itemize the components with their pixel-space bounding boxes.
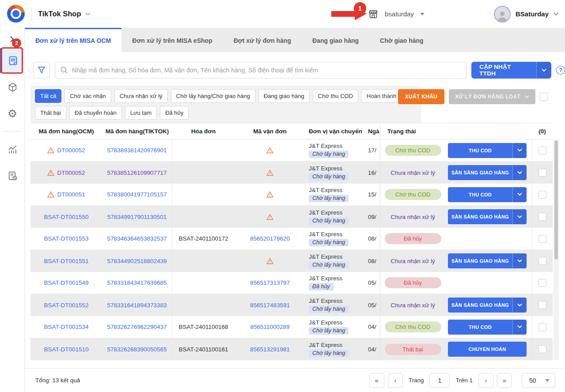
tracking-number-link[interactable]: 856517313797 xyxy=(250,279,290,286)
avatar xyxy=(494,6,511,23)
order-id-ocm-link[interactable]: BSAT-DT001534 xyxy=(44,324,88,330)
order-id-tiktok-link[interactable]: 578331641894373383 xyxy=(107,302,167,309)
order-id-ocm-link[interactable]: BSAT-DT001549 xyxy=(44,279,88,286)
order-date: 09/ xyxy=(365,206,380,228)
chevron-down-icon[interactable] xyxy=(512,209,527,224)
filter-chip-3[interactable]: Chờ lấy hàng/Chờ giao hàng xyxy=(171,89,255,103)
sidebar-expand-button[interactable] xyxy=(0,30,24,48)
order-date: 05/ xyxy=(365,294,380,316)
order-id-tiktok-link[interactable]: 578385126109907717 xyxy=(107,170,167,176)
row-action-button[interactable]: SẴN SÀNG GIAO HÀNG xyxy=(448,209,527,224)
search-input[interactable] xyxy=(55,62,467,79)
filter-chip-1[interactable]: Chờ xác nhận xyxy=(64,89,111,103)
order-id-tiktok-link[interactable]: 578380041977105157 xyxy=(107,191,167,198)
order-id-ocm-link[interactable]: BSAT-DT001552 xyxy=(44,302,88,309)
tab-4[interactable]: Chờ giao hàng xyxy=(369,28,434,52)
filter-chip-2[interactable]: Chưa nhận xử lý xyxy=(114,89,168,103)
sidebar-item-reports[interactable] xyxy=(0,163,25,188)
row-checkbox[interactable] xyxy=(538,345,546,353)
last-page-button[interactable]: » xyxy=(497,373,512,388)
order-id-tiktok-link[interactable]: 578331843417639685 xyxy=(107,279,167,286)
row-checkbox[interactable] xyxy=(538,169,546,177)
sidebar-item-orders[interactable] xyxy=(0,48,25,73)
sidebar-item-products[interactable] xyxy=(0,75,25,99)
vertical-scrollbar-thumb[interactable] xyxy=(554,140,558,260)
chevron-down-icon[interactable] xyxy=(512,187,527,202)
tab-2[interactable]: Đợt xử lý đơn hàng xyxy=(223,28,302,52)
row-action-button[interactable]: CHUYỂN HOÀN xyxy=(448,342,527,357)
tab-1[interactable]: Đơn xử lý trên MISA eShop xyxy=(121,28,223,52)
chevron-down-icon[interactable] xyxy=(512,143,527,158)
order-id-ocm-link[interactable]: BSAT-DT001550 xyxy=(44,214,88,220)
row-action-button[interactable]: THU COD xyxy=(448,320,527,335)
tracking-number-link[interactable]: 856513291981 xyxy=(250,346,290,353)
store-selector[interactable]: bsaturday xyxy=(368,0,425,28)
filter-chip-7[interactable]: Thất bại xyxy=(35,106,66,120)
carrier-name: J&T Express xyxy=(309,298,342,304)
shop-switcher[interactable]: TikTok Shop xyxy=(38,0,91,28)
vertical-scrollbar[interactable] xyxy=(554,139,559,360)
chevron-down-icon[interactable] xyxy=(512,298,527,313)
sidebar-item-analytics[interactable] xyxy=(0,137,25,162)
tab-3[interactable]: Đang giao hàng xyxy=(302,28,369,52)
next-page-button[interactable]: › xyxy=(478,373,493,388)
filter-chip-8[interactable]: Đã chuyển hoàn xyxy=(69,106,122,120)
select-all-checkbox[interactable] xyxy=(540,93,548,101)
order-id-tiktok-link[interactable]: 578344902518802439 xyxy=(107,258,167,264)
row-checkbox[interactable] xyxy=(538,213,546,221)
order-id-ocm-link[interactable]: BSAT-DT001510 xyxy=(44,346,88,353)
filter-chip-5[interactable]: Chờ thu COD xyxy=(313,89,358,103)
order-id-ocm-link[interactable]: DT000052 xyxy=(57,147,85,154)
filter-chip-6[interactable]: Hoàn thành xyxy=(361,89,402,103)
user-menu[interactable]: BSaturday xyxy=(494,0,559,28)
page-input[interactable] xyxy=(429,373,450,388)
row-checkbox[interactable] xyxy=(538,323,546,331)
order-id-tiktok-link[interactable]: 578389381420976901 xyxy=(107,147,167,154)
row-action-button[interactable]: THU COD xyxy=(448,187,527,202)
carrier-name: J&T Express xyxy=(309,143,342,149)
order-id-ocm-link[interactable]: BSAT-DT001553 xyxy=(44,235,88,242)
row-checkbox[interactable] xyxy=(538,301,546,309)
row-action-button[interactable]: SẴN SÀNG GIAO HÀNG xyxy=(448,253,527,268)
row-checkbox[interactable] xyxy=(538,235,546,243)
export-button[interactable]: XUẤT KHẨU xyxy=(398,89,444,104)
filter-chip-9[interactable]: Lưu tạm xyxy=(125,106,157,120)
row-checkbox[interactable] xyxy=(538,257,546,265)
order-id-tiktok-link[interactable]: 578326276962290437 xyxy=(107,324,167,330)
chevron-down-icon[interactable] xyxy=(512,320,527,335)
order-id-ocm-link[interactable]: DT000051 xyxy=(57,191,85,198)
tracking-number-link[interactable]: 856520178620 xyxy=(250,235,290,242)
tracking-number-link[interactable]: 856511000289 xyxy=(250,324,289,330)
sidebar-item-settings[interactable]: ⚙ xyxy=(0,101,25,126)
order-status: Chưa nhận xử lý xyxy=(391,170,435,176)
chevron-down-icon[interactable] xyxy=(536,62,551,79)
order-status: Chờ thu COD xyxy=(385,321,441,332)
page-size-select[interactable]: 50 xyxy=(522,373,555,388)
filter-chip-10[interactable]: Đã hủy xyxy=(160,106,189,120)
first-page-button[interactable]: « xyxy=(369,373,384,388)
row-checkbox[interactable] xyxy=(538,279,546,287)
help-icon[interactable]: ? xyxy=(556,66,565,75)
filter-chip-4[interactable]: Đang giao hàng xyxy=(258,89,310,103)
row-action-button[interactable]: SẴN SÀNG GIAO HÀNG xyxy=(448,298,527,313)
order-id-tiktok-link[interactable]: 578326268390050565 xyxy=(107,346,167,353)
chevron-down-icon[interactable] xyxy=(512,165,527,180)
bulk-process-button[interactable]: XỬ LÝ ĐƠN HÀNG LOẠT xyxy=(449,89,535,104)
order-id-tiktok-link[interactable]: 578346364653832537 xyxy=(107,235,167,242)
row-checkbox[interactable] xyxy=(538,191,546,199)
order-id-ocm-link[interactable]: DT000052 xyxy=(57,170,85,176)
filter-button[interactable] xyxy=(33,62,50,79)
tracking-number-link[interactable]: 856517483591 xyxy=(250,302,290,309)
top-bar: TikTok Shop 1 bsaturday BSaturday xyxy=(0,0,565,28)
tab-0[interactable]: Đơn xử lý trên MISA OCM xyxy=(25,28,121,52)
order-id-ocm-link[interactable]: BSAT-DT001551 xyxy=(44,258,88,264)
order-id-tiktok-link[interactable]: 578349917901130501 xyxy=(107,214,167,220)
row-action-button[interactable]: SẴN SÀNG GIAO HÀNG xyxy=(448,165,527,180)
sidebar: ⚙ 2 xyxy=(0,28,25,392)
filter-chip-0[interactable]: Tất cả xyxy=(35,89,61,103)
row-action-button[interactable]: THU COD xyxy=(448,143,527,158)
update-ttdh-button[interactable]: CẬP NHẬT TTDH xyxy=(471,62,551,79)
chevron-down-icon[interactable] xyxy=(512,253,527,268)
prev-page-button[interactable]: ‹ xyxy=(388,373,403,388)
row-checkbox[interactable] xyxy=(538,147,546,155)
